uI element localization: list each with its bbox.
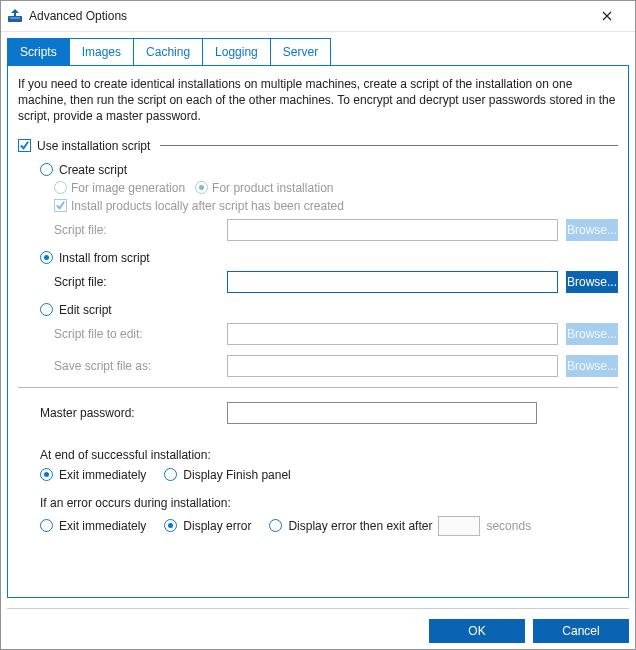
create-script-file-input — [227, 219, 558, 241]
error-exit-immediately-option[interactable]: Exit immediately — [40, 519, 146, 533]
error-display-then-exit-radio[interactable] — [269, 519, 282, 532]
tab-server[interactable]: Server — [270, 38, 331, 65]
install-script-file-input[interactable] — [227, 271, 558, 293]
advanced-options-dialog: Advanced Options Scripts Images Caching … — [0, 0, 636, 650]
error-display-error-label: Display error — [183, 519, 251, 533]
install-locally-option: Install products locally after script ha… — [54, 199, 344, 213]
install-locally-label: Install products locally after script ha… — [71, 199, 344, 213]
save-script-browse-button: Browse... — [566, 355, 618, 377]
edit-script-radio[interactable] — [40, 303, 53, 316]
tab-caching[interactable]: Caching — [133, 38, 203, 65]
success-display-finish-label: Display Finish panel — [183, 468, 290, 482]
install-from-script-option[interactable]: Install from script — [18, 251, 618, 265]
install-from-script-radio[interactable] — [40, 251, 53, 264]
create-script-option[interactable]: Create script — [18, 163, 618, 177]
edit-script-file-row: Script file to edit: Browse... — [18, 323, 618, 345]
ok-button[interactable]: OK — [429, 619, 525, 643]
install-from-script-label: Install from script — [59, 251, 150, 265]
success-display-finish-option[interactable]: Display Finish panel — [164, 468, 290, 482]
error-exit-immediately-radio[interactable] — [40, 519, 53, 532]
for-product-installation-radio — [195, 181, 208, 194]
for-product-installation-option: For product installation — [195, 181, 333, 195]
install-script-file-row: Script file: Browse... — [18, 271, 618, 293]
install-script-file-label: Script file: — [54, 275, 219, 289]
edit-script-option[interactable]: Edit script — [18, 303, 618, 317]
save-script-file-input — [227, 355, 558, 377]
save-script-file-row: Save script file as: Browse... — [18, 355, 618, 377]
create-script-label: Create script — [59, 163, 127, 177]
dialog-footer: OK Cancel — [7, 608, 629, 643]
master-password-row: Master password: — [18, 402, 618, 424]
edit-script-browse-button: Browse... — [566, 323, 618, 345]
error-options: Exit immediately Display error Display e… — [18, 516, 618, 536]
success-exit-immediately-option[interactable]: Exit immediately — [40, 468, 146, 482]
install-script-browse-button[interactable]: Browse... — [566, 271, 618, 293]
error-exit-immediately-label: Exit immediately — [59, 519, 146, 533]
section-divider — [18, 387, 618, 388]
tab-logging[interactable]: Logging — [202, 38, 271, 65]
create-script-suboptions: For image generation For product install… — [18, 181, 618, 213]
svg-rect-0 — [8, 16, 22, 22]
tab-scripts[interactable]: Scripts — [7, 38, 70, 65]
edit-script-file-label: Script file to edit: — [54, 327, 219, 341]
use-installation-script-checkbox[interactable] — [18, 139, 31, 152]
seconds-label: seconds — [486, 519, 531, 533]
error-display-then-exit-label: Display error then exit after — [288, 519, 432, 533]
for-image-generation-option: For image generation — [54, 181, 185, 195]
success-exit-immediately-radio[interactable] — [40, 468, 53, 481]
intro-text: If you need to create identical installa… — [18, 76, 618, 125]
edit-script-label: Edit script — [59, 303, 112, 317]
group-divider — [160, 145, 618, 146]
error-heading: If an error occurs during installation: — [18, 496, 618, 510]
app-icon — [7, 8, 23, 24]
create-script-browse-button: Browse... — [566, 219, 618, 241]
scripts-panel: If you need to create identical installa… — [7, 65, 629, 598]
master-password-input[interactable] — [227, 402, 537, 424]
titlebar: Advanced Options — [1, 1, 635, 32]
use-script-group-header: Use installation script — [18, 139, 618, 153]
edit-script-file-input — [227, 323, 558, 345]
success-heading: At end of successful installation: — [18, 448, 618, 462]
success-exit-immediately-label: Exit immediately — [59, 468, 146, 482]
for-image-generation-radio — [54, 181, 67, 194]
use-installation-script-label: Use installation script — [37, 139, 150, 153]
install-locally-checkbox — [54, 199, 67, 212]
close-button[interactable] — [585, 2, 629, 30]
for-product-installation-label: For product installation — [212, 181, 333, 195]
for-image-generation-label: For image generation — [71, 181, 185, 195]
save-script-file-label: Save script file as: — [54, 359, 219, 373]
error-display-error-option[interactable]: Display error — [164, 519, 251, 533]
success-options: Exit immediately Display Finish panel — [18, 468, 618, 482]
error-display-then-exit-option[interactable]: Display error then exit after seconds — [269, 516, 531, 536]
create-script-file-label: Script file: — [54, 223, 219, 237]
tab-bar: Scripts Images Caching Logging Server — [7, 38, 629, 65]
create-script-radio[interactable] — [40, 163, 53, 176]
window-title: Advanced Options — [29, 9, 585, 23]
cancel-button[interactable]: Cancel — [533, 619, 629, 643]
success-display-finish-radio[interactable] — [164, 468, 177, 481]
create-script-file-row: Script file: Browse... — [18, 219, 618, 241]
svg-rect-1 — [10, 18, 20, 19]
tab-images[interactable]: Images — [69, 38, 134, 65]
error-display-error-radio[interactable] — [164, 519, 177, 532]
error-exit-after-seconds-input — [438, 516, 480, 536]
master-password-label: Master password: — [40, 406, 219, 420]
